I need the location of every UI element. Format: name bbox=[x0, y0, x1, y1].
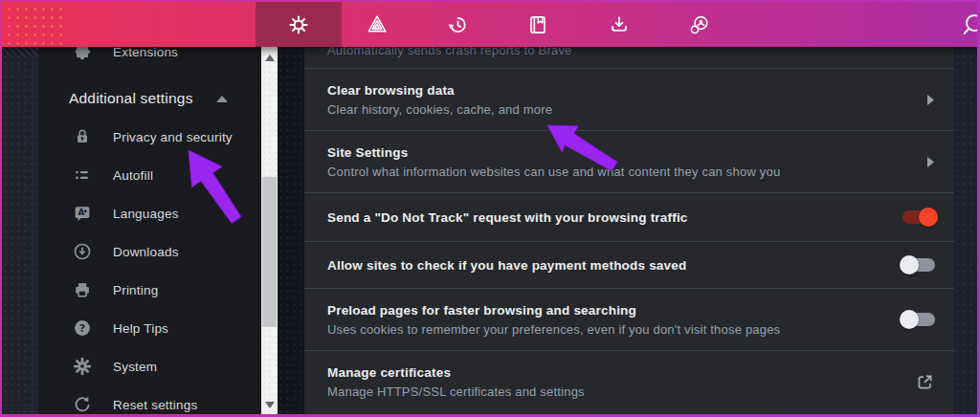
tab-downloads[interactable] bbox=[579, 2, 659, 47]
scrollbar-down-arrow[interactable] bbox=[265, 402, 275, 408]
page-background-left bbox=[2, 47, 38, 414]
screenshot-border: Extensions Additional settings Privacy a… bbox=[0, 0, 980, 417]
lock-icon bbox=[71, 125, 94, 148]
toggle-knob bbox=[900, 310, 919, 329]
chevron-right-icon bbox=[927, 95, 935, 105]
toggle-knob bbox=[919, 208, 938, 227]
gear-icon bbox=[71, 355, 94, 378]
svg-text:A: A bbox=[78, 208, 85, 217]
sidebar-item-label: Languages bbox=[113, 207, 179, 221]
row-subtitle: Manage HTTPS/SSL certificates and settin… bbox=[327, 384, 585, 399]
tab-settings[interactable] bbox=[256, 2, 342, 47]
toggle-payment-methods[interactable] bbox=[902, 258, 935, 272]
toggle-do-not-track[interactable] bbox=[902, 210, 935, 224]
page-background-right bbox=[954, 47, 977, 414]
sidebar-scrollbar[interactable] bbox=[261, 47, 278, 414]
chevron-up-icon bbox=[216, 96, 228, 102]
list-icon bbox=[71, 164, 94, 187]
sidebar-item-autofill[interactable]: Autofill bbox=[38, 156, 261, 194]
download-icon bbox=[608, 13, 631, 36]
tab-bookmarks[interactable] bbox=[498, 2, 578, 47]
decor-hatch bbox=[2, 47, 38, 55]
history-icon bbox=[446, 13, 469, 36]
row-title: Preload pages for faster browsing and se… bbox=[327, 303, 780, 318]
privacy-settings-panel: Automatically sends crash reports to Bra… bbox=[304, 47, 954, 414]
sidebar-item-label: Autofill bbox=[113, 168, 153, 183]
settings-header-bar bbox=[2, 2, 977, 47]
sidebar-item-reset-settings[interactable]: Reset settings bbox=[38, 385, 261, 414]
scrollbar-up-arrow[interactable] bbox=[265, 55, 275, 61]
decor-dots bbox=[5, 5, 66, 45]
page-background-middle bbox=[278, 47, 304, 414]
chevron-right-icon bbox=[927, 157, 935, 167]
sidebar-item-label: Printing bbox=[113, 283, 158, 297]
scrollbar-thumb[interactable] bbox=[262, 177, 277, 327]
row-subtitle: Control what information websites can us… bbox=[327, 165, 780, 179]
row-title: Manage certificates bbox=[327, 365, 585, 380]
sidebar-item-printing[interactable]: Printing bbox=[38, 271, 261, 309]
sidebar-item-help-tips[interactable]: ? Help Tips bbox=[38, 309, 261, 347]
sidebar-item-languages[interactable]: A Languages bbox=[38, 194, 261, 232]
svg-text:?: ? bbox=[79, 322, 85, 334]
toggle-preload-pages[interactable] bbox=[902, 313, 935, 326]
download-circle-icon bbox=[71, 240, 94, 263]
search-icon[interactable] bbox=[960, 8, 977, 42]
profile-icon bbox=[688, 13, 711, 36]
row-title: Send a "Do Not Track" request with your … bbox=[327, 210, 688, 225]
tab-profile[interactable] bbox=[659, 2, 740, 47]
row-preload-pages[interactable]: Preload pages for faster browsing and se… bbox=[304, 288, 954, 350]
row-clear-browsing-data[interactable]: Clear browsing data Clear history, cooki… bbox=[304, 68, 954, 130]
brave-triangle-icon bbox=[366, 13, 389, 36]
sidebar-item-label: Privacy and security bbox=[113, 130, 233, 144]
sidebar-item-downloads[interactable]: Downloads bbox=[38, 232, 261, 271]
sidebar-item-privacy-and-security[interactable]: Privacy and security bbox=[38, 118, 261, 156]
row-manage-certificates[interactable]: Manage certificates Manage HTTPS/SSL cer… bbox=[304, 350, 954, 413]
section-label: Additional settings bbox=[69, 90, 193, 107]
sidebar-item-system[interactable]: System bbox=[38, 347, 261, 385]
sidebar-section-additional-settings[interactable]: Additional settings bbox=[69, 83, 261, 114]
settings-rows: Clear browsing data Clear history, cooki… bbox=[304, 68, 954, 413]
row-subtitle: Uses cookies to remember your preference… bbox=[327, 322, 780, 337]
reset-icon bbox=[71, 393, 94, 414]
row-do-not-track[interactable]: Send a "Do Not Track" request with your … bbox=[304, 192, 954, 241]
gear-icon bbox=[287, 13, 310, 36]
settings-sidebar: Extensions Additional settings Privacy a… bbox=[38, 47, 261, 414]
row-title: Clear browsing data bbox=[327, 83, 552, 98]
sidebar-item-label: Reset settings bbox=[113, 398, 197, 412]
row-title: Allow sites to check if you have payment… bbox=[327, 258, 686, 273]
help-icon: ? bbox=[71, 317, 94, 340]
tab-history[interactable] bbox=[417, 2, 498, 47]
toggle-knob bbox=[900, 255, 919, 274]
sidebar-item-label: System bbox=[113, 360, 157, 374]
browser-settings-page: Extensions Additional settings Privacy a… bbox=[2, 2, 977, 414]
row-site-settings[interactable]: Site Settings Control what information w… bbox=[304, 130, 954, 192]
external-link-icon bbox=[915, 372, 935, 392]
book-icon bbox=[526, 13, 549, 36]
row-subtitle: Clear history, cookies, cache, and more bbox=[327, 102, 552, 117]
printer-icon bbox=[71, 278, 94, 301]
tab-brave-shields[interactable] bbox=[337, 2, 417, 47]
row-payment-methods[interactable]: Allow sites to check if you have payment… bbox=[304, 241, 954, 288]
sidebar-item-label: Help Tips bbox=[113, 321, 168, 336]
translate-icon: A bbox=[71, 202, 94, 225]
row-title: Site Settings bbox=[327, 145, 780, 160]
sidebar-item-label: Downloads bbox=[113, 245, 179, 259]
